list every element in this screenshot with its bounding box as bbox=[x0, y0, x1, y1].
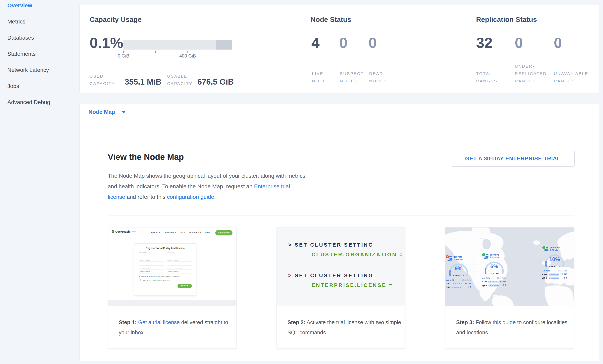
suspect-nodes-label: SUSPECT NODES bbox=[340, 70, 370, 85]
download-button-thumbnail: DOWNLOAD bbox=[215, 230, 232, 235]
node-map-dropdown[interactable]: Node Map bbox=[88, 109, 115, 115]
used-capacity-value: 355.1 MiB bbox=[125, 77, 167, 87]
company-email-field bbox=[167, 262, 192, 266]
project-phase-label: PROJECT PHASE bbox=[139, 267, 164, 269]
nav-blog: BLOG bbox=[205, 232, 210, 233]
get-enterprise-trial-button[interactable]: GET A 30-DAY ENTERPRISE TRIAL bbox=[451, 151, 575, 166]
description-text: and refer to this bbox=[125, 194, 167, 200]
total-value: 35.1 GiB bbox=[462, 278, 471, 281]
map-cluster-sfo: 1 geo=sfo 2 Nodes 9% CAPACITY 3.2 GiB35.… bbox=[446, 255, 471, 289]
node-count-label: 2 Nodes bbox=[453, 258, 471, 261]
capacity-label: CAPACITY bbox=[484, 273, 504, 275]
step-3-caption: Step 3: Follow this guide to configure l… bbox=[445, 306, 574, 348]
sql-commands-figure: > SET CLUSTER SETTING CLUSTER.ORGANIZATI… bbox=[277, 228, 405, 306]
first-name-label: FIRST NAME bbox=[139, 252, 164, 253]
total-ranges-label: TOTAL RANGES bbox=[476, 70, 512, 85]
get-trial-license-link[interactable]: Get a trial license bbox=[138, 320, 180, 325]
qps-label: QPS bbox=[446, 286, 451, 288]
node-map-description: The Node Map shows the geographical layo… bbox=[108, 171, 307, 202]
cpu-value: 12.3% bbox=[560, 273, 567, 276]
submit-button-thumbnail: SUBMIT bbox=[177, 284, 192, 288]
used-capacity-label: USED CAPACITY bbox=[90, 72, 125, 87]
sidebar-item-statements[interactable]: Statements bbox=[0, 51, 79, 67]
site-header: Cockroach LABS PRODUCT CUSTOMERS DOCS RE… bbox=[108, 228, 236, 237]
sql-command-line: > SET CLUSTER SETTING bbox=[288, 273, 405, 279]
suspect-nodes-value: 0 bbox=[339, 35, 348, 51]
node-count-label: 2 Nodes bbox=[490, 256, 506, 259]
last-name-field bbox=[167, 254, 192, 258]
sql-setting-line: CLUSTER.ORGANIZATION = bbox=[312, 252, 405, 258]
configuration-guide-link[interactable]: configuration guide bbox=[167, 194, 214, 200]
checkbox-text: . bbox=[170, 279, 171, 281]
form-title: Register for a 30-day trial license bbox=[139, 247, 192, 250]
description-text: . bbox=[214, 194, 216, 200]
checkbox-text: I agree to the bbox=[142, 279, 151, 281]
total-value: 65.7 GiB bbox=[497, 276, 506, 279]
sql-setting-line: ENTERPRISE.LICENSE = bbox=[312, 282, 405, 288]
unavailable-ranges-label: UNAVAILABLE RANGES bbox=[554, 70, 595, 85]
cpu-value: 11.0% bbox=[465, 282, 471, 285]
site-nav: PRODUCT CUSTOMERS DOCS RESOURCES BLOG bbox=[151, 232, 210, 233]
step-2-card: > SET CLUSTER SETTING CLUSTER.ORGANIZATI… bbox=[277, 227, 406, 349]
node-status-title: Node Status bbox=[311, 16, 351, 23]
node-count-label: 1 Node bbox=[550, 249, 567, 252]
nav-product: PRODUCT bbox=[151, 232, 160, 233]
sidebar-item-jobs[interactable]: Jobs bbox=[0, 83, 79, 99]
view-selector-bar: Node Map bbox=[80, 103, 599, 121]
sidebar: Overview Metrics Databases Statements Ne… bbox=[0, 0, 79, 364]
unavailable-ranges-value: 0 bbox=[554, 35, 562, 51]
step-label: Step 3: bbox=[456, 320, 474, 325]
cpu-value: 42.5% bbox=[500, 280, 506, 283]
page-title: View the Node Map bbox=[108, 152, 184, 163]
capacity-usage-title: Capacity Usage bbox=[90, 16, 142, 23]
usable-capacity-label: USABLE CAPACITY bbox=[167, 72, 197, 87]
used-value: 3.7 GiB bbox=[482, 276, 490, 279]
qps-value: 4.7 bbox=[468, 286, 471, 289]
locality-label: geo=ams bbox=[550, 246, 567, 249]
company-name-label: COMPANY NAME bbox=[139, 260, 164, 261]
reason-label: REASON FOR INTEREST bbox=[167, 267, 192, 269]
capacity-label: CAPACITY bbox=[545, 265, 565, 267]
qps-sparkline bbox=[549, 277, 559, 279]
axis-label-zero: 0 GiB bbox=[108, 53, 139, 59]
locality-label: geo=sfo bbox=[453, 255, 471, 258]
used-value: 3.6 GiB bbox=[542, 269, 550, 272]
used-value: 3.2 GiB bbox=[446, 278, 454, 281]
license-agreement-checkbox-label: I agree to the Software License Agreemen… bbox=[142, 279, 171, 281]
capacity-gauge: 10% CAPACITY bbox=[545, 254, 565, 268]
capacity-percent: 6% bbox=[484, 264, 504, 270]
nav-resources: RESOURCES bbox=[189, 232, 201, 233]
caption-text: Follow bbox=[474, 320, 493, 325]
this-guide-link[interactable]: this guide bbox=[493, 320, 516, 325]
healthy-badge-icon: ✓ bbox=[482, 253, 486, 257]
sidebar-item-network-latency[interactable]: Network Latency bbox=[0, 67, 79, 83]
capacity-percent: 10% bbox=[545, 256, 565, 263]
node-map-thumbnail: 1 geo=sfo 2 Nodes 9% CAPACITY 3.2 GiB35.… bbox=[445, 228, 574, 306]
cluster-summary-panel: Capacity Usage 0.1% 0 GiB 400 GiB USED C… bbox=[80, 5, 599, 93]
software-license-link: Software License Agreement bbox=[151, 279, 170, 281]
step-label: Step 1: bbox=[119, 320, 137, 325]
axis-label-400: 400 GiB bbox=[172, 53, 204, 59]
last-name-label: LAST NAME bbox=[167, 252, 192, 253]
qps-sparkline bbox=[488, 284, 499, 287]
reason-select: Please Select bbox=[167, 269, 192, 274]
brand-name: Cockroach bbox=[115, 230, 130, 233]
capacity-percent: 0.1% bbox=[90, 35, 123, 51]
sql-command-line: > SET CLUSTER SETTING bbox=[288, 228, 405, 248]
sidebar-item-databases[interactable]: Databases bbox=[0, 35, 79, 51]
sidebar-item-metrics[interactable]: Metrics bbox=[0, 19, 79, 35]
checkbox-checked-icon bbox=[139, 276, 140, 277]
axis-tick bbox=[155, 51, 156, 53]
company-email-label: COMPANY EMAIL bbox=[167, 260, 192, 261]
trial-license-site-thumbnail: Cockroach LABS PRODUCT CUSTOMERS DOCS RE… bbox=[108, 228, 236, 306]
axis-tick bbox=[123, 51, 124, 53]
map-cluster-ams: ✓ geo=ams 1 Node 10% CAPACITY 3.6 GiB34.… bbox=[542, 246, 567, 280]
qps-label: QPS bbox=[482, 284, 487, 287]
chevron-down-icon[interactable] bbox=[122, 111, 126, 113]
under-replicated-ranges-value: 0 bbox=[515, 35, 523, 51]
first-name-field bbox=[139, 254, 164, 258]
qps-label: QPS bbox=[542, 277, 548, 279]
sidebar-item-advanced-debug[interactable]: Advanced Debug bbox=[0, 99, 79, 115]
sidebar-item-overview[interactable]: Overview bbox=[0, 2, 79, 19]
capacity-label: CAPACITY bbox=[449, 275, 469, 277]
